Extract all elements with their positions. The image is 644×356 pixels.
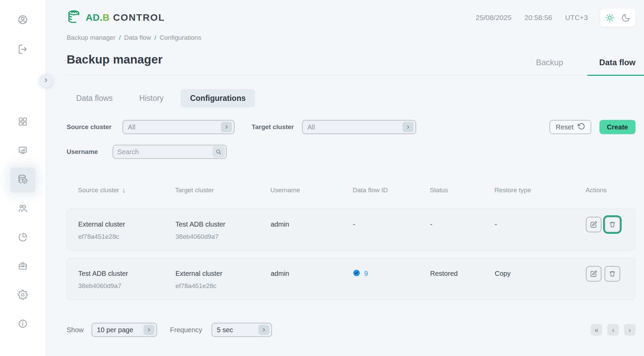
sort-desc-icon[interactable]: ↓ bbox=[122, 186, 125, 194]
subtab-configurations[interactable]: Configurations bbox=[181, 89, 255, 107]
tab-data-flow[interactable]: Data flow bbox=[599, 58, 635, 75]
frequency-value: 5 sec bbox=[217, 326, 258, 334]
target-cluster-name: External cluster bbox=[175, 269, 271, 278]
search-button[interactable] bbox=[213, 146, 225, 158]
breadcrumb-separator: / bbox=[154, 34, 156, 41]
pagination: « ‹ › bbox=[591, 324, 635, 336]
select-chevron-icon bbox=[258, 325, 269, 335]
data-flow-id-link[interactable]: 9 bbox=[364, 270, 368, 278]
target-cluster-value: All bbox=[307, 123, 403, 131]
table-row: Test ADB cluster 38eb4060d9a7 External c… bbox=[67, 258, 635, 300]
sidebar-item-jobs[interactable] bbox=[10, 254, 35, 279]
chevron-right-icon bbox=[43, 77, 49, 84]
breadcrumb-separator: / bbox=[119, 34, 121, 41]
target-cluster-select[interactable]: All bbox=[302, 120, 416, 134]
target-cluster-label: Target cluster bbox=[252, 123, 294, 131]
edit-button[interactable] bbox=[586, 266, 601, 282]
timezone: UTC+3 bbox=[565, 14, 588, 22]
sidebar-item-users[interactable] bbox=[10, 196, 35, 221]
logout-icon bbox=[17, 44, 28, 56]
column-label: Target cluster bbox=[175, 186, 214, 194]
cell-source-cluster: Test ADB cluster 38eb4060d9a7 bbox=[78, 269, 175, 290]
sidebar-item-settings[interactable] bbox=[10, 283, 35, 308]
cell-target-cluster: External cluster ef78a451e28c bbox=[175, 269, 271, 290]
column-source-cluster[interactable]: Source cluster ↓ bbox=[78, 186, 175, 194]
app-logo-text: AD.BCONTROL bbox=[86, 12, 165, 23]
edit-button[interactable] bbox=[586, 217, 601, 232]
sidebar-item-profile[interactable] bbox=[10, 8, 35, 33]
page-size-value: 10 per page bbox=[97, 326, 143, 334]
cell-target-cluster: Test ADB cluster 38eb4060d9a7 bbox=[175, 220, 271, 241]
pagination-prev-button[interactable]: ‹ bbox=[607, 324, 619, 336]
column-restore-type[interactable]: Restore type bbox=[494, 186, 586, 194]
subtab-data-flows[interactable]: Data flows bbox=[67, 89, 122, 107]
username-search-field bbox=[113, 145, 227, 159]
sidebar-item-monitoring[interactable] bbox=[10, 139, 35, 164]
create-button[interactable]: Create bbox=[599, 120, 635, 134]
delete-button[interactable] bbox=[605, 266, 620, 282]
target-cluster-id: 38eb4060d9a7 bbox=[175, 233, 271, 241]
trash-icon bbox=[609, 270, 616, 278]
subtab-history[interactable]: History bbox=[130, 89, 173, 107]
column-username[interactable]: Username bbox=[270, 186, 353, 194]
current-time: 20:58:56 bbox=[524, 14, 552, 22]
sidebar-item-info[interactable] bbox=[10, 312, 35, 337]
breadcrumb-item-backup-manager[interactable]: Backup manager bbox=[67, 34, 116, 41]
cell-status: - bbox=[430, 220, 495, 228]
frequency-select[interactable]: 5 sec bbox=[211, 323, 272, 337]
adb-logo-icon bbox=[67, 9, 82, 26]
sidebar bbox=[0, 0, 46, 356]
dark-theme-moon-icon[interactable] bbox=[621, 13, 630, 22]
column-actions: Actions bbox=[586, 186, 635, 194]
info-icon bbox=[18, 319, 28, 330]
cell-actions bbox=[586, 217, 620, 232]
sidebar-expand-button[interactable] bbox=[39, 74, 53, 88]
reset-button[interactable]: Reset bbox=[549, 120, 591, 134]
breadcrumb-item-data-flow[interactable]: Data flow bbox=[124, 34, 151, 41]
pagination-next-button[interactable]: › bbox=[624, 324, 635, 336]
username-search-input[interactable] bbox=[117, 148, 213, 156]
cell-actions bbox=[586, 266, 620, 282]
filters-row-1: Source cluster All Target cluster All Re… bbox=[67, 120, 635, 134]
user-profile-icon bbox=[17, 14, 28, 26]
source-cluster-select[interactable]: All bbox=[122, 120, 235, 134]
page-size-select[interactable]: 10 per page bbox=[91, 323, 157, 337]
app-logo[interactable]: AD.BCONTROL bbox=[67, 9, 165, 26]
users-icon bbox=[18, 203, 28, 215]
database-restore-icon bbox=[17, 174, 28, 186]
sidebar-item-dashboard[interactable] bbox=[10, 110, 35, 135]
source-cluster-value: All bbox=[128, 123, 221, 131]
column-label: Actions bbox=[586, 186, 607, 194]
light-theme-sun-icon[interactable] bbox=[605, 13, 614, 22]
source-cluster-id: 38eb4060d9a7 bbox=[78, 282, 175, 290]
breadcrumb-item-configurations[interactable]: Configurations bbox=[159, 34, 201, 41]
username-label: Username bbox=[67, 148, 98, 156]
column-target-cluster[interactable]: Target cluster bbox=[175, 186, 270, 194]
column-label: Status bbox=[430, 186, 448, 194]
sidebar-item-backup-manager[interactable] bbox=[10, 167, 35, 193]
filters-row-2: Username bbox=[67, 145, 635, 159]
target-cluster-id: ef78a451e28c bbox=[175, 282, 271, 290]
select-chevron-icon bbox=[403, 122, 413, 132]
reset-button-label: Reset bbox=[556, 123, 573, 131]
pagination-first-button[interactable]: « bbox=[591, 324, 602, 336]
cell-restore-type: - bbox=[495, 220, 586, 228]
sidebar-item-reports[interactable] bbox=[10, 225, 35, 250]
cell-username: admin bbox=[271, 220, 353, 228]
edit-icon bbox=[590, 270, 597, 278]
theme-toggle bbox=[600, 8, 635, 27]
column-data-flow-id[interactable]: Data flow ID bbox=[353, 186, 430, 194]
source-cluster-name: External cluster bbox=[78, 220, 175, 228]
column-status[interactable]: Status bbox=[430, 186, 494, 194]
frequency-label: Frequency bbox=[170, 326, 202, 334]
brand-primary: AD. bbox=[86, 12, 103, 23]
delete-button[interactable] bbox=[605, 217, 620, 232]
cell-status: Restored bbox=[430, 269, 495, 278]
tab-backup[interactable]: Backup bbox=[536, 58, 563, 75]
pie-chart-icon bbox=[18, 232, 28, 244]
sidebar-item-logout[interactable] bbox=[10, 37, 35, 63]
briefcase-icon bbox=[18, 261, 28, 272]
cell-restore-type: Copy bbox=[495, 269, 586, 278]
brand-accent: B bbox=[103, 12, 110, 23]
table-row: External cluster ef78a451e28c Test ADB c… bbox=[67, 209, 635, 251]
